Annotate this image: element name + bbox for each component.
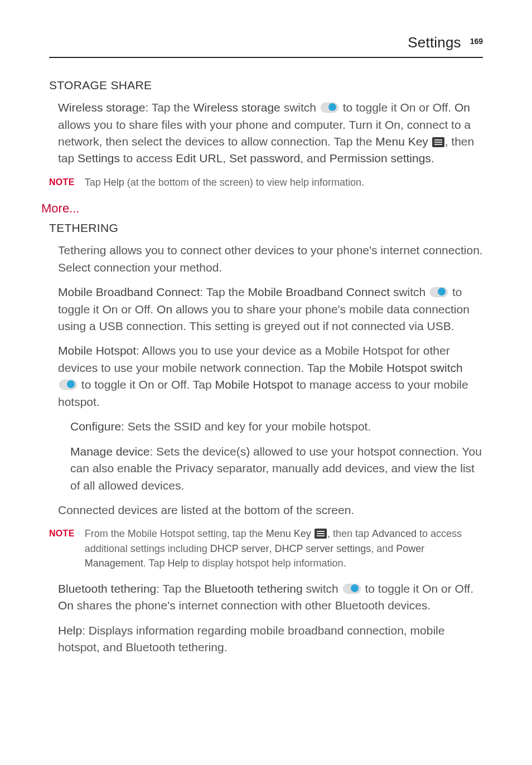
toggle-switch-icon (343, 584, 361, 594)
text: switch (280, 101, 320, 114)
help-paragraph: Help: Displays information regarding mob… (58, 622, 483, 656)
wireless-storage-paragraph: Wireless storage: Tap the Wireless stora… (58, 99, 483, 167)
text: : Sets the SSID and key for your mobile … (121, 420, 371, 433)
configure-paragraph: Configure: Sets the SSID and key for you… (70, 418, 483, 435)
note-body: From the Mobile Hotspot setting, tap the… (85, 526, 483, 570)
on-term: On (454, 101, 470, 114)
text: , and (300, 152, 330, 164)
connected-devices-paragraph: Connected devices are listed at the bott… (58, 502, 483, 519)
toggle-switch-icon (59, 380, 77, 390)
note-body: Tap Help (at the bottom of the screen) t… (85, 175, 364, 190)
bluetooth-tethering-paragraph: Bluetooth tethering: Tap the Bluetooth t… (58, 580, 483, 614)
text: , and (371, 543, 396, 554)
mbc-term2: Mobile Broadband Connect (248, 285, 390, 298)
wireless-storage-term2: Wireless storage (193, 101, 280, 114)
note-2: NOTE From the Mobile Hotspot setting, ta… (49, 526, 483, 570)
note-label: NOTE (49, 175, 75, 190)
menu-key-icon (315, 529, 327, 539)
on-term: On (58, 599, 74, 612)
help-term: Help (104, 177, 124, 188)
mobile-hotspot-switch-term: Mobile Hotspot switch (349, 361, 462, 374)
menu-key-term: Menu Key (375, 135, 431, 148)
text: to access (120, 152, 176, 164)
help-term: Help (167, 558, 188, 569)
mobile-broadband-connect-paragraph: Mobile Broadband Connect: Tap the Mobile… (58, 284, 483, 335)
text: From the Mobile Hotspot setting, tap the (85, 528, 266, 539)
help-term: Help (58, 624, 82, 637)
mobile-hotspot-paragraph: Mobile Hotspot: Allows you to use your d… (58, 342, 483, 410)
edit-url-term: Edit URL (176, 152, 223, 164)
text: . (431, 152, 434, 164)
mobile-hotspot-term: Mobile Hotspot (58, 344, 136, 357)
manage-device-term: Manage device (70, 445, 149, 458)
text: to toggle it On or Off. Tap (78, 378, 215, 391)
advanced-term: Advanced (372, 528, 417, 539)
menu-key-icon (432, 137, 444, 147)
text: , (223, 152, 229, 164)
text: to display hotspot help information. (188, 558, 346, 569)
text: , (269, 543, 275, 554)
mbc-term: Mobile Broadband Connect (58, 285, 200, 298)
bluetooth-tethering-term2: Bluetooth tethering (204, 582, 302, 595)
text: to toggle it On or Off. (340, 101, 454, 114)
dhcp-server-term: DHCP server (210, 543, 269, 554)
tethering-heading: TETHERING (49, 220, 483, 236)
mobile-hotspot-term2: Mobile Hotspot (215, 378, 293, 391)
more-heading: More... (41, 200, 483, 217)
page-number: 169 (470, 37, 483, 46)
toggle-switch-icon (321, 103, 338, 113)
bluetooth-tethering-term: Bluetooth tethering (58, 582, 156, 595)
tethering-intro: Tethering allows you to connect other de… (58, 242, 483, 276)
permission-settings-term: Permission settings (330, 152, 431, 164)
text: . Tap (143, 558, 168, 569)
set-password-term: Set password (229, 152, 300, 164)
text: : Tap the (200, 285, 248, 298)
document-page: Settings 169 STORAGE SHARE Wireless stor… (0, 0, 532, 765)
text: Tap (85, 177, 104, 188)
settings-term: Settings (78, 152, 120, 164)
header-title: Settings (408, 34, 461, 51)
note-1: NOTE Tap Help (at the bottom of the scre… (49, 175, 483, 190)
on-term: On (157, 303, 172, 316)
text: switch (390, 285, 429, 298)
wireless-storage-term: Wireless storage (58, 101, 145, 114)
dhcp-server-settings-term: DHCP server settings (275, 543, 371, 554)
text: to toggle it On or Off. (362, 582, 473, 595)
storage-share-heading: STORAGE SHARE (49, 77, 483, 94)
toggle-switch-icon (430, 287, 448, 297)
page-header: Settings 169 (49, 32, 483, 58)
text: : Displays information regarding mobile … (58, 624, 444, 653)
text: , then tap (327, 528, 372, 539)
text: : Tap the (145, 101, 193, 114)
text: switch (303, 582, 342, 595)
configure-term: Configure (70, 420, 121, 433)
text: : Tap the (156, 582, 204, 595)
note-label: NOTE (49, 526, 75, 570)
text: shares the phone's internet connection w… (74, 599, 431, 612)
menu-key-term: Menu Key (266, 528, 314, 539)
manage-device-paragraph: Manage device: Sets the device(s) allowe… (70, 443, 483, 494)
text: (at the bottom of the screen) to view he… (124, 177, 364, 188)
